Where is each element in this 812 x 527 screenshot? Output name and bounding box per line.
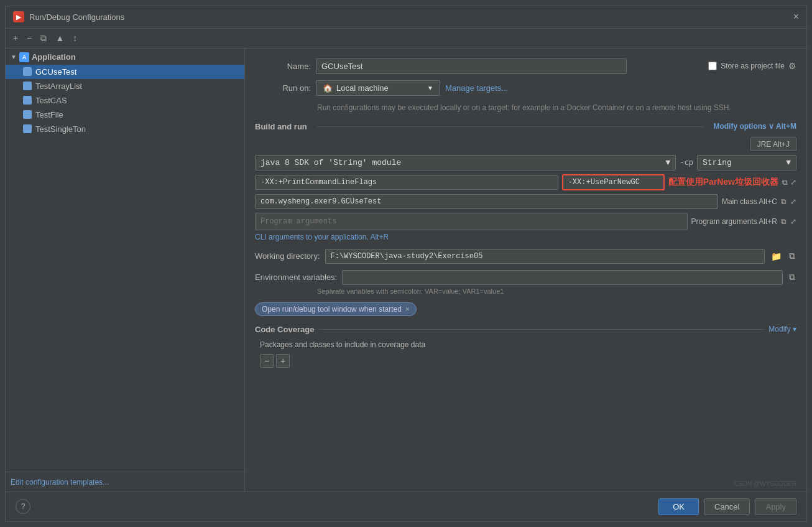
sidebar-item-testsingleeton[interactable]: TestSingleTon bbox=[6, 122, 244, 136]
jre-row: JRE Alt+J bbox=[255, 138, 796, 151]
prog-args-label: Program arguments Alt+R bbox=[691, 217, 777, 226]
sep-hint: Separate variables with semicolon: VAR=v… bbox=[317, 287, 796, 295]
name-row: Name: Store as project file ⚙ bbox=[255, 58, 796, 74]
env-vars-label: Environment variables: bbox=[255, 273, 337, 282]
prog-args-input[interactable] bbox=[255, 213, 688, 230]
application-icon: A bbox=[19, 52, 29, 62]
remove-package-button[interactable]: − bbox=[260, 354, 274, 368]
main-class-input[interactable] bbox=[255, 194, 718, 209]
sidebar-item-label: TestArrayList bbox=[35, 82, 82, 91]
sdk-dropdown[interactable]: java 8 SDK of 'String' module ▼ bbox=[255, 155, 676, 170]
expand-icon[interactable]: ⤢ bbox=[790, 197, 796, 206]
run-debug-dialog: ▶ Run/Debug Configurations × + − ⧉ ▲ ↕ ▼… bbox=[5, 6, 807, 522]
sidebar-item-testfile[interactable]: TestFile bbox=[6, 108, 244, 122]
modify-options-link[interactable]: Modify options ∨ Alt+M bbox=[713, 122, 796, 131]
coverage-desc: Packages and classes to include in cover… bbox=[255, 340, 796, 349]
copy-env-icon[interactable]: ⧉ bbox=[788, 271, 796, 284]
working-dir-row: Working directory: 📁 ⧉ bbox=[255, 249, 796, 264]
app-icon: ▶ bbox=[13, 11, 24, 22]
cp-value: String bbox=[703, 158, 732, 167]
sidebar-item-testcas[interactable]: TestCAS bbox=[6, 93, 244, 108]
cp-dropdown[interactable]: String ▼ bbox=[697, 155, 796, 170]
working-dir-input[interactable] bbox=[325, 249, 765, 264]
copy-config-button[interactable]: ⧉ bbox=[38, 32, 49, 45]
sort-config-button[interactable]: ↕ bbox=[70, 32, 80, 44]
sidebar-item-label: TestCAS bbox=[35, 96, 67, 105]
run-on-info: Run configurations may be executed local… bbox=[317, 102, 796, 113]
manage-targets-link[interactable]: Manage targets... bbox=[445, 83, 508, 93]
sidebar-item-gcusetest[interactable]: GCUseTest bbox=[6, 65, 244, 79]
chevron-down-icon: ▼ bbox=[427, 85, 433, 91]
run-on-label: Run on: bbox=[255, 83, 311, 93]
build-run-label: Build and run bbox=[255, 122, 307, 131]
store-checkbox-row: Store as project file ⚙ bbox=[708, 61, 796, 71]
run-on-row: Run on: 🏠 Local machine ▼ Manage targets… bbox=[255, 80, 796, 96]
copy-icon[interactable]: ⧉ bbox=[782, 178, 788, 187]
ok-button[interactable]: OK bbox=[658, 498, 699, 515]
copy-icon[interactable]: ⧉ bbox=[781, 197, 787, 206]
close-button[interactable]: × bbox=[793, 12, 799, 22]
code-coverage-section: Code Coverage Modify ▾ bbox=[255, 325, 796, 334]
vm-flags-input-1[interactable] bbox=[255, 175, 558, 190]
chevron-down-icon: ▼ bbox=[666, 158, 671, 167]
edit-templates-link[interactable]: Edit configuration templates... bbox=[11, 478, 109, 487]
config-icon bbox=[23, 124, 32, 133]
chevron-down-icon: ▼ bbox=[11, 54, 17, 60]
cancel-button[interactable]: Cancel bbox=[704, 498, 750, 515]
sdk-value: java 8 SDK of 'String' module bbox=[261, 158, 401, 167]
annotation-label: 配置使用ParNew垃圾回收器 bbox=[668, 177, 778, 188]
expand-icon-2[interactable]: ⤢ bbox=[790, 217, 796, 226]
sidebar-item-label: TestSingleTon bbox=[35, 124, 86, 134]
copy-icon-2[interactable]: ⧉ bbox=[781, 217, 787, 226]
bottom-bar: ? OK Cancel Apply bbox=[6, 492, 806, 521]
sidebar-item-testarraylist[interactable]: TestArrayList bbox=[6, 79, 244, 93]
vm-flags-input-2[interactable] bbox=[562, 174, 665, 190]
sidebar-footer: Edit configuration templates... bbox=[6, 472, 244, 492]
application-group: ▼ A Application GCUseTest TestArrayList … bbox=[6, 49, 244, 138]
name-input[interactable] bbox=[316, 58, 627, 74]
content-area: ▼ A Application GCUseTest TestArrayList … bbox=[6, 49, 806, 492]
vm-options-row: 配置使用ParNew垃圾回收器 ⧉ ⤢ bbox=[255, 174, 796, 190]
working-dir-label: Working directory: bbox=[255, 251, 320, 261]
code-coverage-label: Code Coverage bbox=[255, 325, 314, 334]
tag-close-button[interactable]: × bbox=[405, 305, 410, 314]
run-on-value: Local machine bbox=[336, 83, 389, 93]
toolbar: + − ⧉ ▲ ↕ bbox=[6, 29, 806, 49]
add-config-button[interactable]: + bbox=[11, 32, 21, 44]
remove-config-button[interactable]: − bbox=[24, 32, 34, 44]
sidebar-item-label: GCUseTest bbox=[35, 67, 76, 77]
divider-line bbox=[319, 329, 764, 330]
packages-row: − + bbox=[255, 354, 796, 368]
main-class-label: Main class Alt+C bbox=[722, 197, 777, 206]
browse-folder-icon[interactable]: 📁 bbox=[770, 250, 783, 263]
application-group-label: Application bbox=[32, 52, 76, 62]
watermark: CSDN @WYSCODER bbox=[734, 480, 796, 487]
move-config-button[interactable]: ▲ bbox=[53, 32, 67, 44]
gear-icon[interactable]: ⚙ bbox=[788, 61, 796, 71]
cli-hint: CLI arguments to your application. Alt+R bbox=[255, 233, 796, 241]
jre-button[interactable]: JRE Alt+J bbox=[750, 138, 796, 151]
config-icon bbox=[23, 96, 32, 105]
dialog-title: Run/Debug Configurations bbox=[29, 12, 124, 22]
copy-working-dir-icon[interactable]: ⧉ bbox=[788, 250, 796, 263]
env-vars-row: Environment variables: ⧉ bbox=[255, 270, 796, 285]
config-icon bbox=[23, 82, 32, 90]
main-class-row: Main class Alt+C ⧉ ⤢ bbox=[255, 194, 796, 209]
config-icon bbox=[23, 110, 32, 119]
title-bar: ▶ Run/Debug Configurations × bbox=[6, 6, 806, 29]
add-package-button[interactable]: + bbox=[276, 354, 290, 368]
sidebar-item-label: TestFile bbox=[35, 110, 63, 119]
run-on-dropdown[interactable]: 🏠 Local machine ▼ bbox=[316, 80, 440, 96]
run-tool-window-tag: Open run/debug tool window when started … bbox=[255, 302, 417, 316]
modify-coverage-link[interactable]: Modify ▾ bbox=[768, 325, 796, 333]
env-vars-input[interactable] bbox=[342, 270, 783, 285]
sdk-cp-row: java 8 SDK of 'String' module ▼ -cp Stri… bbox=[255, 155, 796, 170]
help-button[interactable]: ? bbox=[16, 499, 30, 514]
sidebar: ▼ A Application GCUseTest TestArrayList … bbox=[6, 49, 245, 492]
tag-row: Open run/debug tool window when started … bbox=[255, 302, 796, 316]
store-checkbox[interactable] bbox=[708, 62, 717, 70]
application-group-header[interactable]: ▼ A Application bbox=[6, 50, 244, 65]
apply-button[interactable]: Apply bbox=[755, 498, 796, 515]
expand-icon[interactable]: ⤢ bbox=[790, 178, 796, 187]
chevron-down-icon: ▼ bbox=[786, 158, 791, 167]
